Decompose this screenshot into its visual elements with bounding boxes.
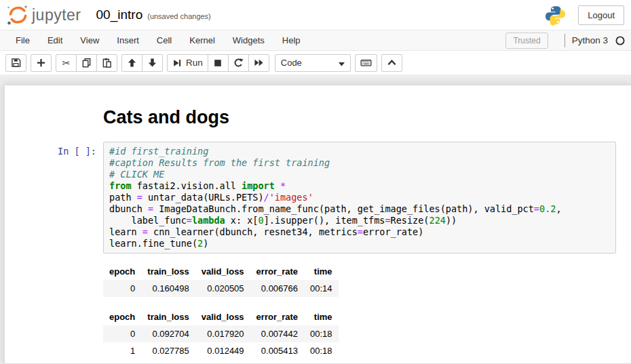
menu-edit[interactable]: Edit xyxy=(39,31,71,50)
code-line: label_func=lambda x: x[0].isupper(), ite… xyxy=(109,215,610,226)
dropdown-caret-icon xyxy=(339,57,345,69)
table-cell: 0.027785 xyxy=(141,342,195,359)
menu-cell[interactable]: Cell xyxy=(148,31,180,50)
table-cell: 0.160498 xyxy=(141,280,195,297)
move-cell-up-icon xyxy=(127,58,137,68)
table-cell: 0 xyxy=(103,280,141,297)
jupyter-logo-text: jupyter xyxy=(32,6,81,24)
code-line: learn = cnn_learner(dbunch, resnet34, me… xyxy=(109,226,610,238)
jupyter-app: jupyter 00_intro (unsaved changes) Logou… xyxy=(0,0,631,364)
cell-type-select[interactable]: Code xyxy=(275,54,351,72)
column-header: time xyxy=(304,263,339,280)
menu-file[interactable]: File xyxy=(7,31,39,50)
add-cell-below-button[interactable] xyxy=(31,54,52,72)
menu-insert[interactable]: Insert xyxy=(108,31,148,50)
code-line: # CLICK ME xyxy=(109,169,610,180)
kernel-separator xyxy=(565,34,565,47)
menu-kernel[interactable]: Kernel xyxy=(180,31,224,50)
run-cell-button[interactable]: Run xyxy=(167,54,208,72)
move-cell-down-button[interactable] xyxy=(142,54,163,72)
run-step-forward-icon xyxy=(172,58,182,68)
column-header: epoch xyxy=(103,263,141,280)
table-cell: 00:18 xyxy=(304,325,339,342)
move-cell-up-button[interactable] xyxy=(121,54,142,72)
table-row: 00.1604980.0205050.00676600:14 xyxy=(103,280,339,297)
code-line: path = untar_data(URLs.PETS)/'images' xyxy=(109,192,610,203)
column-header: error_rate xyxy=(250,263,304,280)
toolbar: ✂ Run xyxy=(0,51,631,75)
menubar: FileEditViewInsertCellKernelWidgetsHelp … xyxy=(0,30,631,51)
kernel-idle-icon xyxy=(615,35,626,46)
column-header: train_loss xyxy=(141,308,195,325)
paste-cell-icon xyxy=(102,58,112,68)
training-results-table: epochtrain_lossvalid_losserror_ratetime0… xyxy=(103,263,339,297)
cut-cell-button[interactable]: ✂ xyxy=(56,54,77,72)
restart-run-all-icon xyxy=(254,58,264,68)
table-cell: 00:18 xyxy=(304,342,339,359)
code-editor[interactable]: #id first_training#caption Results from … xyxy=(103,142,616,254)
kernel-name: Python 3 xyxy=(572,35,608,45)
site: Cats and dogs In [ ]: #id first_training… xyxy=(0,75,631,364)
table-cell: 0.020505 xyxy=(195,280,250,297)
column-header: valid_loss xyxy=(195,263,250,280)
notebook-heading: Cats and dogs xyxy=(103,107,616,128)
menu-widgets[interactable]: Widgets xyxy=(224,31,273,50)
menu-help[interactable]: Help xyxy=(273,31,309,50)
interrupt-kernel-stop-icon xyxy=(213,58,223,68)
add-cell-below-icon xyxy=(36,58,46,68)
column-header: epoch xyxy=(103,308,141,325)
chevron-up-icon xyxy=(387,58,397,67)
table-cell: 0.092704 xyxy=(141,325,195,342)
cell-type-value: Code xyxy=(281,58,302,68)
command-palette-button[interactable] xyxy=(355,54,377,72)
header: jupyter 00_intro (unsaved changes) Logou… xyxy=(0,0,631,30)
column-header: error_rate xyxy=(250,308,304,325)
column-header: valid_loss xyxy=(195,308,250,325)
table-cell: 0.017920 xyxy=(195,325,250,342)
scroll-up-button[interactable] xyxy=(381,54,402,72)
copy-cell-button[interactable] xyxy=(76,54,97,72)
table-header-row: epochtrain_lossvalid_losserror_ratetime xyxy=(103,263,339,280)
restart-kernel-button[interactable] xyxy=(228,54,249,72)
paste-cell-button[interactable] xyxy=(96,54,117,72)
code-line: dbunch = ImageDataBunch.from_name_func(p… xyxy=(109,203,610,215)
table-cell: 1 xyxy=(103,342,141,359)
notebook-title[interactable]: 00_intro xyxy=(96,7,143,22)
table-row: 00.0927040.0179200.00744200:18 xyxy=(103,325,339,342)
trusted-button[interactable]: Trusted xyxy=(505,33,548,49)
table-cell: 0.012449 xyxy=(195,342,250,359)
header-right: Logout xyxy=(545,0,624,30)
run-button-label: Run xyxy=(186,58,203,68)
code-cell: In [ ]: #id first_training#caption Resul… xyxy=(5,142,631,254)
output-area: epochtrain_lossvalid_losserror_ratetime0… xyxy=(103,254,631,359)
column-header: time xyxy=(304,308,339,325)
table-cell: 0.006766 xyxy=(250,280,304,297)
menubar-items: FileEditViewInsertCellKernelWidgetsHelp xyxy=(7,31,309,50)
checkpoint-status: (unsaved changes) xyxy=(147,9,211,20)
save-button[interactable] xyxy=(5,54,26,72)
interrupt-kernel-button[interactable] xyxy=(208,54,229,72)
table-cell: 0 xyxy=(103,325,141,342)
jupyter-logo[interactable]: jupyter xyxy=(5,3,81,27)
table-cell: 0.007442 xyxy=(250,325,304,342)
table-cell: 0.005413 xyxy=(250,342,304,359)
markdown-cell[interactable]: Cats and dogs xyxy=(5,107,631,128)
restart-run-all-button[interactable] xyxy=(248,54,269,72)
training-results-table: epochtrain_lossvalid_losserror_ratetime0… xyxy=(103,308,339,359)
code-line: learn.fine_tune(2) xyxy=(109,238,610,249)
table-cell: 00:14 xyxy=(304,280,339,297)
code-line: from fastai2.vision.all import * xyxy=(109,180,610,192)
notebook-container: Cats and dogs In [ ]: #id first_training… xyxy=(4,85,631,364)
python-logo-icon xyxy=(545,5,566,26)
copy-cell-icon xyxy=(81,58,92,68)
menu-view[interactable]: View xyxy=(71,31,108,50)
code-line: #caption Results from the first training xyxy=(109,157,610,169)
cut-cell-icon: ✂ xyxy=(62,58,71,68)
menubar-right: Trusted Python 3 xyxy=(505,31,626,50)
column-header: train_loss xyxy=(141,263,195,280)
move-cell-down-icon xyxy=(147,58,157,68)
logout-button[interactable]: Logout xyxy=(578,5,624,25)
table-header-row: epochtrain_lossvalid_losserror_ratetime xyxy=(103,308,339,325)
jupyter-logo-icon xyxy=(5,3,30,27)
command-palette-keyboard-icon xyxy=(360,58,372,68)
